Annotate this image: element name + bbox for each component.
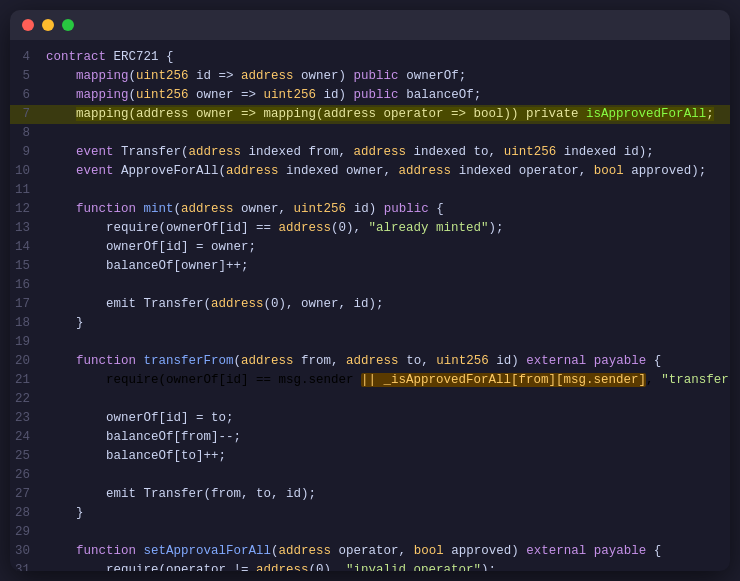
code-line: 22: [10, 390, 730, 409]
code-line: 30 function setApprovalForAll(address op…: [10, 542, 730, 561]
line-number: 28: [10, 504, 46, 523]
line-number: 29: [10, 523, 46, 542]
code-line: 14 ownerOf[id] = owner;: [10, 238, 730, 257]
line-text: ownerOf[id] = to;: [46, 409, 730, 428]
line-text: }: [46, 314, 730, 333]
line-number: 4: [10, 48, 46, 67]
line-number: 20: [10, 352, 46, 371]
code-line: 10 event ApproveForAll(address indexed o…: [10, 162, 730, 181]
line-number: 12: [10, 200, 46, 219]
code-line: 7 mapping(address owner => mapping(addre…: [10, 105, 730, 124]
line-text: mapping(address owner => mapping(address…: [46, 105, 730, 124]
close-button[interactable]: [22, 19, 34, 31]
minimize-button[interactable]: [42, 19, 54, 31]
line-number: 17: [10, 295, 46, 314]
line-number: 21: [10, 371, 46, 390]
line-number: 26: [10, 466, 46, 485]
line-number: 19: [10, 333, 46, 352]
line-number: 30: [10, 542, 46, 561]
line-text: contract ERC721 {: [46, 48, 730, 67]
code-line: 16: [10, 276, 730, 295]
code-line: 15 balanceOf[owner]++;: [10, 257, 730, 276]
line-text: balanceOf[owner]++;: [46, 257, 730, 276]
line-text: balanceOf[from]--;: [46, 428, 730, 447]
line-text: ownerOf[id] = owner;: [46, 238, 730, 257]
line-text: mapping(uint256 owner => uint256 id) pub…: [46, 86, 730, 105]
code-line: 8: [10, 124, 730, 143]
line-number: 5: [10, 67, 46, 86]
line-number: 27: [10, 485, 46, 504]
line-number: 14: [10, 238, 46, 257]
code-line: 21 require(ownerOf[id] == msg.sender || …: [10, 371, 730, 390]
code-line: 28 }: [10, 504, 730, 523]
line-text: event ApproveForAll(address indexed owne…: [46, 162, 730, 181]
code-editor: 4contract ERC721 {5 mapping(uint256 id =…: [10, 40, 730, 571]
code-line: 24 balanceOf[from]--;: [10, 428, 730, 447]
line-number: 31: [10, 561, 46, 571]
line-text: require(ownerOf[id] == address(0), "alre…: [46, 219, 730, 238]
code-line: 5 mapping(uint256 id => address owner) p…: [10, 67, 730, 86]
line-text: mapping(uint256 id => address owner) pub…: [46, 67, 730, 86]
line-number: 23: [10, 409, 46, 428]
line-number: 16: [10, 276, 46, 295]
code-line: 23 ownerOf[id] = to;: [10, 409, 730, 428]
code-line: 6 mapping(uint256 owner => uint256 id) p…: [10, 86, 730, 105]
line-number: 10: [10, 162, 46, 181]
line-number: 11: [10, 181, 46, 200]
line-text: event Transfer(address indexed from, add…: [46, 143, 730, 162]
code-line: 4contract ERC721 {: [10, 48, 730, 67]
line-number: 22: [10, 390, 46, 409]
line-number: 7: [10, 105, 46, 124]
line-text: emit Transfer(from, to, id);: [46, 485, 730, 504]
titlebar: [10, 10, 730, 40]
line-number: 9: [10, 143, 46, 162]
code-line: 17 emit Transfer(address(0), owner, id);: [10, 295, 730, 314]
line-text: function transferFrom(address from, addr…: [46, 352, 730, 371]
code-line: 29: [10, 523, 730, 542]
line-number: 6: [10, 86, 46, 105]
line-number: 18: [10, 314, 46, 333]
code-line: 12 function mint(address owner, uint256 …: [10, 200, 730, 219]
line-number: 25: [10, 447, 46, 466]
line-number: 8: [10, 124, 46, 143]
line-text: balanceOf[to]++;: [46, 447, 730, 466]
line-text: emit Transfer(address(0), owner, id);: [46, 295, 730, 314]
code-line: 11: [10, 181, 730, 200]
line-text: require(ownerOf[id] == msg.sender || _is…: [46, 371, 730, 390]
line-text: function mint(address owner, uint256 id)…: [46, 200, 730, 219]
code-window: 4contract ERC721 {5 mapping(uint256 id =…: [10, 10, 730, 571]
line-text: function setApprovalForAll(address opera…: [46, 542, 730, 561]
line-text: require(operator != address(0), "invalid…: [46, 561, 730, 571]
code-line: 20 function transferFrom(address from, a…: [10, 352, 730, 371]
code-line: 26: [10, 466, 730, 485]
code-line: 9 event Transfer(address indexed from, a…: [10, 143, 730, 162]
code-line: 18 }: [10, 314, 730, 333]
line-number: 13: [10, 219, 46, 238]
code-line: 13 require(ownerOf[id] == address(0), "a…: [10, 219, 730, 238]
line-text: }: [46, 504, 730, 523]
code-line: 31 require(operator != address(0), "inva…: [10, 561, 730, 571]
code-line: 19: [10, 333, 730, 352]
code-line: 25 balanceOf[to]++;: [10, 447, 730, 466]
line-number: 15: [10, 257, 46, 276]
code-line: 27 emit Transfer(from, to, id);: [10, 485, 730, 504]
line-number: 24: [10, 428, 46, 447]
maximize-button[interactable]: [62, 19, 74, 31]
